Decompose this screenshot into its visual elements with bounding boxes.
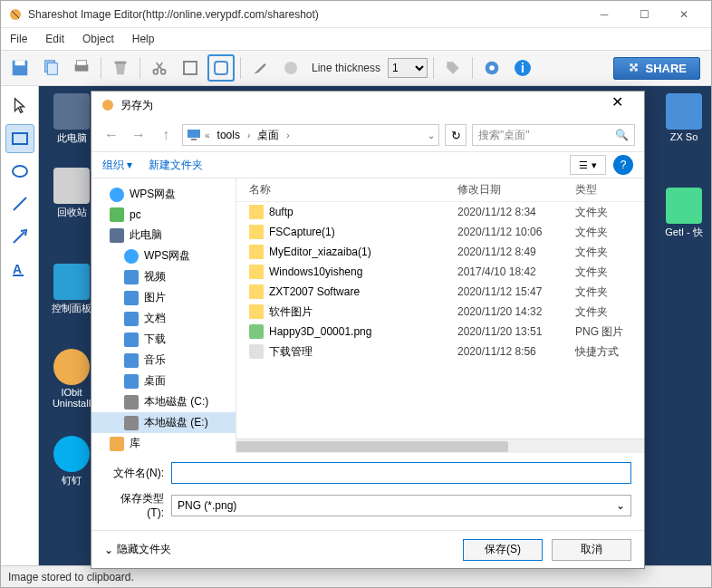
svg-rect-11	[215, 62, 227, 74]
folder-icon	[110, 207, 124, 222]
minimize-button[interactable]: ─	[584, 2, 624, 27]
file-row[interactable]: ZXT2007 Software2020/11/12 15:47文件夹	[236, 282, 644, 302]
info-icon[interactable]: i	[509, 54, 536, 82]
tree-item[interactable]: WPS网盘	[91, 184, 236, 205]
file-icon	[249, 304, 264, 319]
save-button[interactable]: 保存(S)	[463, 539, 543, 561]
breadcrumb[interactable]: « tools › 桌面 › ⌄	[182, 124, 439, 146]
ellipse-tool-icon[interactable]	[5, 157, 34, 186]
title-bar: Shareshot Image Editor(http://online.ver…	[1, 1, 711, 28]
folder-icon	[124, 353, 139, 368]
desktop-icon[interactable]: ZX So	[660, 93, 707, 142]
file-row[interactable]: Windows10yisheng2017/4/10 18:42文件夹	[236, 262, 644, 282]
desktop-icon[interactable]: 控制面板	[48, 264, 95, 315]
rounded-rect-icon[interactable]	[207, 54, 235, 82]
arrow-tool-icon[interactable]	[5, 222, 34, 251]
tree-item[interactable]: 桌面	[91, 371, 236, 391]
copy-icon[interactable]	[37, 54, 64, 82]
column-date[interactable]: 修改日期	[457, 182, 575, 198]
tree-item[interactable]: pc	[91, 205, 236, 225]
svg-rect-7	[115, 62, 127, 64]
tree-item[interactable]: 文档	[91, 308, 236, 329]
file-row[interactable]: Happy3D_00001.png2020/11/20 13:51PNG 图片	[236, 322, 644, 342]
folder-icon	[124, 395, 139, 410]
file-row[interactable]: MyEditor_xiazaiba(1)2020/11/12 8:49文件夹	[236, 242, 644, 262]
tool-sidebar: A	[1, 86, 39, 565]
folder-icon	[124, 291, 139, 305]
tree-item[interactable]: 本地磁盘 (C:)	[91, 391, 236, 412]
desktop-icon[interactable]: GetI - 快	[660, 188, 707, 239]
nav-back-icon[interactable]: ←	[101, 124, 122, 146]
filename-input[interactable]	[171, 462, 631, 484]
pencil-icon[interactable]	[246, 54, 274, 82]
cancel-button[interactable]: 取消	[552, 539, 631, 561]
delete-icon[interactable]	[107, 54, 134, 82]
column-type[interactable]: 类型	[575, 182, 644, 198]
filetype-select[interactable]: PNG (*.png) ⌄	[171, 495, 631, 516]
svg-rect-24	[188, 130, 200, 138]
cut-icon[interactable]	[146, 54, 173, 82]
puzzle-icon	[627, 62, 640, 74]
menu-object[interactable]: Object	[82, 33, 114, 45]
new-folder-button[interactable]: 新建文件夹	[149, 158, 203, 173]
line-tool-icon[interactable]	[5, 189, 34, 218]
desktop-icon[interactable]: 钉钉	[48, 436, 95, 487]
marker-icon[interactable]	[277, 54, 304, 82]
file-row[interactable]: 下载管理2020/11/12 8:56快捷方式	[236, 342, 644, 361]
horizontal-scrollbar[interactable]	[236, 439, 644, 453]
search-input[interactable]: 搜索"桌面" 🔍	[472, 124, 635, 146]
folder-icon	[124, 333, 139, 347]
dialog-form: 文件名(N): 保存类型(T): PNG (*.png) ⌄	[91, 453, 644, 530]
hide-folders-toggle[interactable]: ⌄ 隐藏文件夹	[104, 542, 171, 557]
folder-icon	[110, 188, 124, 202]
column-name[interactable]: 名称	[249, 182, 457, 198]
folder-icon	[124, 374, 139, 389]
maximize-button[interactable]: ☐	[624, 2, 664, 27]
rect-icon[interactable]	[177, 54, 204, 82]
dialog-close-button[interactable]: ✕	[599, 93, 635, 117]
refresh-button[interactable]: ↻	[445, 124, 467, 146]
settings-icon[interactable]	[478, 54, 505, 82]
rectangle-tool-icon[interactable]	[5, 124, 34, 153]
menu-file[interactable]: File	[10, 33, 27, 45]
desktop-icon[interactable]: IObit Uninstall	[48, 349, 95, 409]
tree-item[interactable]: 图片	[91, 287, 236, 308]
file-row[interactable]: 8uftp2020/11/12 8:34文件夹	[236, 202, 644, 222]
search-icon: 🔍	[615, 129, 629, 141]
view-mode-button[interactable]: ☰ ▾	[570, 155, 606, 175]
menu-edit[interactable]: Edit	[45, 33, 64, 45]
share-button[interactable]: SHARE	[613, 57, 700, 80]
tag-icon[interactable]	[439, 54, 467, 82]
save-icon[interactable]	[6, 54, 34, 82]
folder-icon	[124, 270, 139, 284]
text-tool-icon[interactable]: A	[5, 255, 34, 284]
file-list[interactable]: 8uftp2020/11/12 8:34文件夹FSCapture(1)2020/…	[236, 202, 644, 439]
print-icon[interactable]	[68, 54, 95, 82]
tree-item[interactable]: 视频	[91, 266, 236, 287]
file-row[interactable]: FSCapture(1)2020/11/12 10:06文件夹	[236, 222, 644, 242]
tree-item[interactable]: 库	[91, 433, 236, 453]
tree-item[interactable]: WPS网盘	[91, 246, 236, 266]
tree-item[interactable]: 此电脑	[91, 225, 236, 246]
nav-up-icon[interactable]: ↑	[155, 124, 177, 146]
tree-item[interactable]: 音乐	[91, 350, 236, 371]
svg-text:A: A	[13, 262, 22, 276]
folder-tree[interactable]: WPS网盘pc此电脑WPS网盘视频图片文档下载音乐桌面本地磁盘 (C:)本地磁盘…	[91, 178, 236, 453]
svg-rect-17	[13, 133, 27, 144]
desktop-icon[interactable]: 回收站	[48, 168, 95, 219]
svg-line-19	[14, 198, 26, 210]
organize-menu[interactable]: 组织 ▾	[102, 158, 132, 173]
tree-item[interactable]: 下载	[91, 329, 236, 350]
menu-help[interactable]: Help	[132, 33, 155, 45]
file-row[interactable]: 软件图片2020/11/20 14:32文件夹	[236, 302, 644, 322]
thickness-select[interactable]: 1	[388, 58, 428, 78]
close-button[interactable]: ✕	[664, 2, 704, 27]
svg-rect-6	[77, 61, 87, 66]
nav-forward-icon[interactable]: →	[128, 124, 149, 146]
help-button[interactable]: ?	[613, 155, 633, 175]
desktop-icon[interactable]: 此电脑	[48, 93, 95, 145]
svg-rect-10	[184, 62, 197, 74]
pointer-tool-icon[interactable]	[5, 92, 34, 120]
tree-item[interactable]: 本地磁盘 (E:)	[91, 412, 236, 433]
svg-rect-25	[191, 139, 197, 140]
